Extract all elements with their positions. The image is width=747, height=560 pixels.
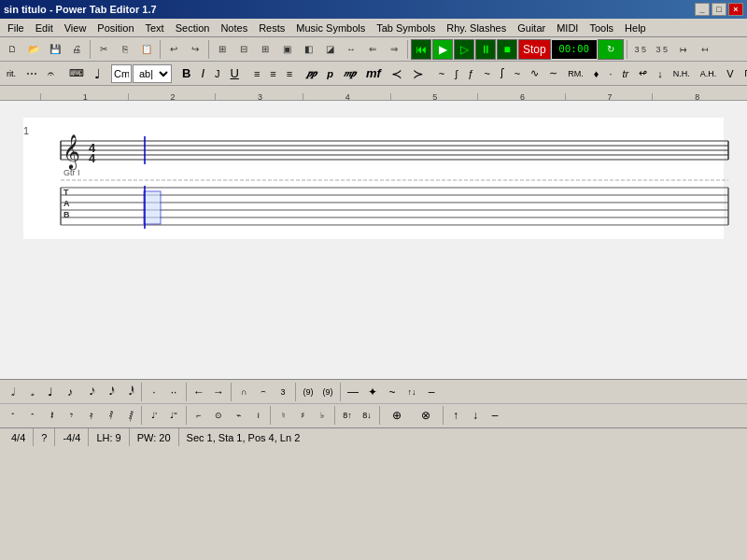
- octave-down-btn[interactable]: 8↓: [358, 406, 376, 425]
- play-selection-button[interactable]: ▷: [454, 39, 474, 60]
- tool-btn-3[interactable]: ⊞: [255, 39, 275, 60]
- vibrato-btn[interactable]: ~: [383, 383, 402, 401]
- dynamic-mp[interactable]: 𝆐𝆏: [339, 63, 360, 84]
- print-button[interactable]: 🖨: [66, 39, 87, 60]
- rhythm-btn-3[interactable]: ↦: [673, 39, 694, 60]
- sharp-btn[interactable]: ♯: [293, 406, 312, 425]
- menu-file[interactable]: File: [2, 21, 30, 35]
- dynamic-pp[interactable]: 𝆏𝆏: [303, 63, 321, 84]
- menu-midi[interactable]: MIDI: [551, 21, 584, 35]
- bend-btn[interactable]: (9): [299, 383, 317, 401]
- art-5[interactable]: ʃ: [496, 63, 509, 84]
- align-left[interactable]: ≡: [249, 63, 264, 84]
- misc-btn[interactable]: –: [422, 383, 441, 401]
- tab-btn-note[interactable]: ♩: [90, 63, 106, 84]
- art-4[interactable]: ~: [479, 63, 494, 84]
- paste-button[interactable]: 📋: [136, 39, 157, 60]
- rhythm-btn-1[interactable]: 3 5: [630, 39, 651, 60]
- half-note-btn[interactable]: 𝅗: [21, 383, 40, 401]
- art-12[interactable]: ↓: [653, 63, 668, 84]
- slur-btn[interactable]: ⌢: [254, 383, 273, 401]
- rest-quarter-btn[interactable]: 𝄽: [41, 406, 60, 425]
- tool-btn-2[interactable]: ⊟: [233, 39, 254, 60]
- beam-btn[interactable]: ⌐: [190, 406, 208, 425]
- art-10[interactable]: ·: [604, 63, 616, 84]
- tool-btn-1[interactable]: ⊞: [212, 39, 233, 60]
- dynamic-less[interactable]: ≺: [387, 63, 407, 84]
- new-button[interactable]: 🗋: [2, 39, 22, 60]
- menu-text[interactable]: Text: [140, 21, 170, 35]
- menu-position[interactable]: Position: [92, 21, 139, 35]
- natural-btn[interactable]: ♮: [274, 406, 292, 425]
- tab-btn-key[interactable]: ⌨: [64, 63, 89, 84]
- arrow-up-btn[interactable]: ↑: [446, 406, 465, 425]
- stop-button[interactable]: Stop: [518, 39, 551, 60]
- tool-btn-8[interactable]: ⇐: [362, 39, 383, 60]
- tool-btn-7[interactable]: ↔: [341, 39, 361, 60]
- metronome-btn[interactable]: ⊕: [383, 406, 411, 425]
- art-tr[interactable]: tr: [617, 63, 633, 84]
- menu-section[interactable]: Section: [170, 21, 216, 35]
- menu-rests[interactable]: Rests: [253, 21, 290, 35]
- italic-button[interactable]: I: [196, 63, 209, 84]
- menu-tools[interactable]: Tools: [584, 21, 619, 35]
- sustain-btn[interactable]: ✦: [363, 383, 382, 401]
- art-7[interactable]: ∿: [526, 63, 543, 84]
- copy-button[interactable]: ⎘: [115, 39, 135, 60]
- close-button[interactable]: ×: [728, 3, 743, 16]
- doubledot-btn[interactable]: ··: [164, 383, 183, 401]
- cut-button[interactable]: ✂: [93, 39, 114, 60]
- dot-btn[interactable]: ·: [145, 383, 163, 401]
- misc2-btn[interactable]: –: [486, 406, 504, 425]
- art-9[interactable]: ♦: [589, 63, 604, 84]
- tool-btn-6[interactable]: ◪: [319, 39, 340, 60]
- art-rm[interactable]: RM.: [563, 63, 588, 84]
- something-btn[interactable]: J: [210, 63, 225, 84]
- redo-button[interactable]: ↪: [185, 39, 205, 60]
- dynamic-mf[interactable]: mf: [361, 63, 386, 84]
- align-right[interactable]: ≡: [282, 63, 297, 84]
- rest-whole-btn[interactable]: 𝄻: [2, 406, 21, 425]
- minimize-button[interactable]: _: [695, 3, 710, 16]
- grace-btn[interactable]: ♩': [145, 406, 163, 425]
- art-11[interactable]: ↫: [634, 63, 652, 84]
- rhythm-btn-4[interactable]: ↤: [695, 39, 715, 60]
- tie-btn[interactable]: ∩: [234, 383, 253, 401]
- record-button[interactable]: ■: [497, 39, 517, 60]
- menu-guitar[interactable]: Guitar: [512, 21, 551, 35]
- rest-64th-btn[interactable]: 𝅁: [120, 406, 138, 425]
- bend2-btn[interactable]: (9): [318, 383, 337, 401]
- menu-view[interactable]: View: [59, 21, 92, 35]
- play-button[interactable]: ▶: [432, 39, 453, 60]
- sixtyfourth-note-btn[interactable]: 𝅘𝅥𝅱: [120, 383, 138, 401]
- quarter-note-btn[interactable]: ♩: [41, 383, 60, 401]
- arrow-down-btn[interactable]: ↓: [466, 406, 485, 425]
- ornament-btn-1[interactable]: rit.: [2, 63, 21, 84]
- tool-btn-9[interactable]: ⇒: [384, 39, 404, 60]
- menu-music-symbols[interactable]: Music Symbols: [290, 21, 371, 35]
- menu-tab-symbols[interactable]: Tab Symbols: [371, 21, 441, 35]
- flat-btn[interactable]: ♭: [313, 406, 331, 425]
- menu-notes[interactable]: Notes: [215, 21, 253, 35]
- art-14[interactable]: A.H.: [696, 63, 722, 84]
- next-btn[interactable]: →: [209, 383, 228, 401]
- thirtysecond-note-btn[interactable]: 𝅘𝅥𝅰: [100, 383, 119, 401]
- art-3[interactable]: ƒ: [463, 63, 478, 84]
- rest-half-btn[interactable]: 𝄼: [21, 406, 40, 425]
- art-16[interactable]: ⊓: [740, 63, 747, 84]
- menu-rhy-slashes[interactable]: Rhy. Slashes: [441, 21, 512, 35]
- whammy-btn[interactable]: ↑↓: [402, 383, 421, 401]
- rest-32nd-btn[interactable]: 𝅀: [100, 406, 119, 425]
- rest-eighth-btn[interactable]: 𝄾: [61, 406, 79, 425]
- chord-btn[interactable]: ⊙: [209, 406, 228, 425]
- art-15[interactable]: V: [722, 63, 738, 84]
- sixteenth-note-btn[interactable]: 𝅘𝅥𝅯: [80, 383, 99, 401]
- art-13[interactable]: N.H.: [669, 63, 695, 84]
- key-input[interactable]: [111, 64, 132, 83]
- menu-edit[interactable]: Edit: [30, 21, 59, 35]
- art-1[interactable]: ~: [434, 63, 449, 84]
- strum-btn[interactable]: ≀: [248, 406, 267, 425]
- loop-button[interactable]: ↻: [598, 39, 624, 60]
- maximize-button[interactable]: □: [712, 3, 726, 16]
- underline-button[interactable]: U: [226, 63, 244, 84]
